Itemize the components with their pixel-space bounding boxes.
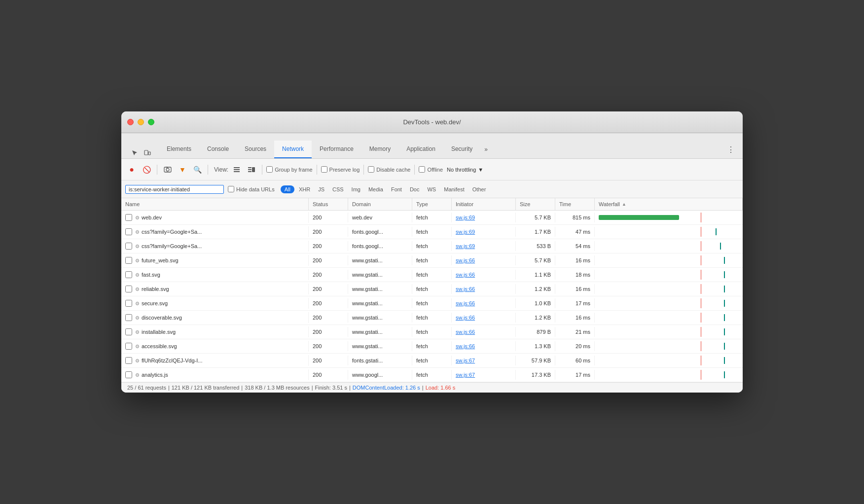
row-checkbox[interactable] <box>125 271 132 278</box>
filter-type-doc[interactable]: Doc <box>406 185 423 193</box>
filter-type-manifest[interactable]: Manifest <box>440 185 468 193</box>
row-checkbox[interactable] <box>125 343 132 350</box>
cursor-icon[interactable] <box>129 147 140 158</box>
row-checkbox[interactable] <box>125 300 132 307</box>
tab-sources[interactable]: Sources <box>237 141 274 158</box>
table-row[interactable]: ⚙ web.dev 200 web.dev fetch sw.js:69 5.7… <box>121 211 743 225</box>
row-checkbox[interactable] <box>125 214 132 221</box>
tab-console[interactable]: Console <box>199 141 237 158</box>
preserve-log-label[interactable]: Preserve log <box>321 166 360 173</box>
td-initiator[interactable]: sw.js:66 <box>452 313 516 323</box>
th-domain[interactable]: Domain <box>348 198 412 210</box>
maximize-button[interactable] <box>148 119 154 125</box>
filter-type-xhr[interactable]: XHR <box>295 185 314 193</box>
table-row[interactable]: ⚙ fast.svg 200 www.gstati... fetch sw.js… <box>121 268 743 282</box>
td-initiator[interactable]: sw.js:69 <box>452 227 516 237</box>
row-checkbox[interactable] <box>125 228 132 235</box>
table-row[interactable]: ⚙ discoverable.svg 200 www.gstati... fet… <box>121 311 743 325</box>
preserve-log-checkbox[interactable] <box>321 166 327 173</box>
td-status: 200 <box>309 255 348 265</box>
disable-cache-checkbox[interactable] <box>368 166 374 173</box>
tab-application[interactable]: Application <box>398 141 443 158</box>
filter-toggle-button[interactable]: ▼ <box>176 163 189 176</box>
status-sep4: | <box>349 385 351 391</box>
td-initiator[interactable]: sw.js:67 <box>452 370 516 380</box>
table-row[interactable]: ⚙ analytics.js 200 www.googl... fetch sw… <box>121 368 743 382</box>
more-options-button[interactable]: ⋮ <box>723 141 739 158</box>
tab-security[interactable]: Security <box>443 141 480 158</box>
td-time: 17 ms <box>555 370 595 380</box>
tab-network[interactable]: Network <box>274 141 312 158</box>
network-table: Name Status Domain Type Initiator Size <box>121 198 743 382</box>
td-initiator[interactable]: sw.js:66 <box>452 327 516 337</box>
th-time[interactable]: Time <box>555 198 595 210</box>
td-initiator[interactable]: sw.js:69 <box>452 241 516 251</box>
search-button[interactable]: 🔍 <box>191 163 204 176</box>
row-checkbox[interactable] <box>125 357 132 364</box>
td-initiator[interactable]: sw.js:66 <box>452 270 516 280</box>
row-checkbox[interactable] <box>125 257 132 264</box>
th-status[interactable]: Status <box>309 198 348 210</box>
filter-type-all[interactable]: All <box>281 185 294 193</box>
table-row[interactable]: ⚙ installable.svg 200 www.gstati... fetc… <box>121 325 743 339</box>
hide-data-urls-checkbox[interactable] <box>228 186 234 192</box>
view-detail-button[interactable] <box>245 163 258 176</box>
table-row[interactable]: ⚙ accessible.svg 200 www.gstati... fetch… <box>121 339 743 354</box>
filter-type-js[interactable]: JS <box>315 185 328 193</box>
minimize-button[interactable] <box>138 119 144 125</box>
tab-overflow-button[interactable]: » <box>480 141 492 158</box>
table-row[interactable]: ⚙ flUhRq6tzZclQEJ-Vdg-I... 200 fonts.gst… <box>121 354 743 368</box>
offline-label[interactable]: Offline <box>419 166 443 173</box>
th-initiator[interactable]: Initiator <box>452 198 516 210</box>
throttle-select[interactable]: No throttling ▼ <box>447 167 483 173</box>
resource-name: reliable.svg <box>142 286 169 292</box>
offline-checkbox[interactable] <box>419 166 425 173</box>
th-type[interactable]: Type <box>412 198 452 210</box>
clear-button[interactable]: 🚫 <box>140 163 153 176</box>
screenshot-button[interactable] <box>161 163 174 176</box>
td-initiator[interactable]: sw.js:69 <box>452 213 516 222</box>
td-size: 17.3 KB <box>516 370 555 380</box>
th-name[interactable]: Name <box>121 198 309 210</box>
group-by-frame-label[interactable]: Group by frame <box>266 166 312 173</box>
td-initiator[interactable]: sw.js:67 <box>452 356 516 365</box>
filter-type-media[interactable]: Media <box>365 185 387 193</box>
record-button[interactable]: ● <box>125 163 138 176</box>
th-size[interactable]: Size <box>516 198 555 210</box>
table-row[interactable]: ⚙ css?family=Google+Sa... 200 fonts.goog… <box>121 225 743 239</box>
td-initiator[interactable]: sw.js:66 <box>452 341 516 351</box>
resource-name: future_web.svg <box>142 257 179 263</box>
td-domain: www.gstati... <box>348 255 412 265</box>
filter-type-img[interactable]: Img <box>348 185 364 193</box>
service-worker-icon: ⚙ <box>135 358 140 363</box>
table-row[interactable]: ⚙ secure.svg 200 www.gstati... fetch sw.… <box>121 296 743 311</box>
device-icon[interactable] <box>142 147 153 158</box>
tab-elements[interactable]: Elements <box>159 141 199 158</box>
row-checkbox[interactable] <box>125 286 132 292</box>
filter-type-ws[interactable]: WS <box>424 185 439 193</box>
hide-data-urls-label[interactable]: Hide data URLs <box>228 186 275 192</box>
td-initiator[interactable]: sw.js:66 <box>452 298 516 308</box>
table-row[interactable]: ⚙ css?family=Google+Sa... 200 fonts.goog… <box>121 239 743 253</box>
td-initiator[interactable]: sw.js:66 <box>452 255 516 265</box>
filter-input[interactable] <box>125 185 224 194</box>
th-waterfall[interactable]: Waterfall ▲ <box>595 198 743 210</box>
row-checkbox[interactable] <box>125 328 132 335</box>
view-list-button[interactable] <box>230 163 243 176</box>
row-checkbox[interactable] <box>125 314 132 321</box>
disable-cache-label[interactable]: Disable cache <box>368 166 410 173</box>
filter-type-css[interactable]: CSS <box>329 185 347 193</box>
table-row[interactable]: ⚙ reliable.svg 200 www.gstati... fetch s… <box>121 282 743 296</box>
td-status: 200 <box>309 270 348 280</box>
close-button[interactable] <box>127 119 134 125</box>
filter-type-other[interactable]: Other <box>469 185 490 193</box>
filter-type-font[interactable]: Font <box>388 185 405 193</box>
tab-memory[interactable]: Memory <box>361 141 398 158</box>
resource-name: css?family=Google+Sa... <box>142 243 202 249</box>
tab-performance[interactable]: Performance <box>312 141 361 158</box>
group-by-frame-checkbox[interactable] <box>266 166 273 173</box>
row-checkbox[interactable] <box>125 371 132 378</box>
td-initiator[interactable]: sw.js:66 <box>452 284 516 294</box>
row-checkbox[interactable] <box>125 243 132 250</box>
table-row[interactable]: ⚙ future_web.svg 200 www.gstati... fetch… <box>121 253 743 268</box>
